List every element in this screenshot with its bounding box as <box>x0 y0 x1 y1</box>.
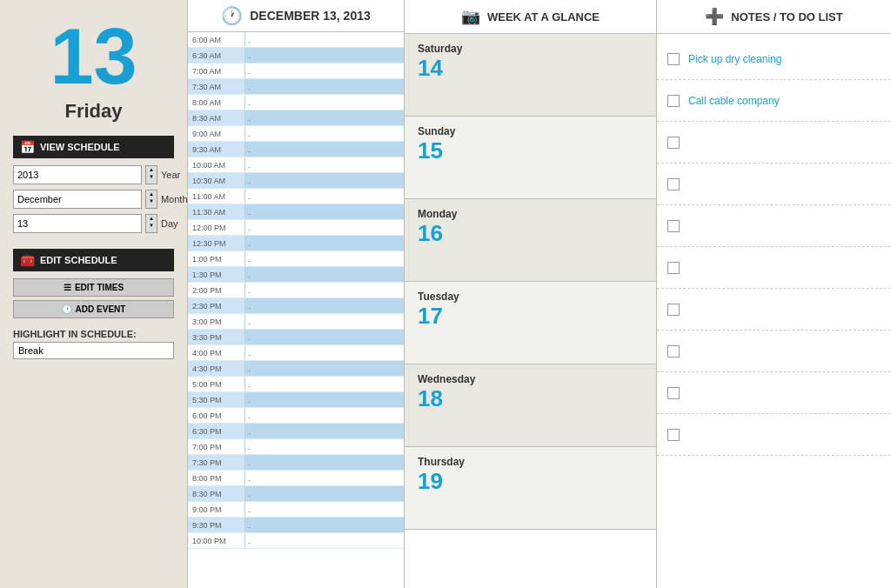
time-row: 3:30 PM - <box>188 330 404 345</box>
time-label: 7:30 AM <box>188 83 245 91</box>
week-day-row[interactable]: Wednesday 18 <box>405 364 656 447</box>
time-block[interactable]: - <box>245 518 404 532</box>
year-down-icon[interactable]: ▼ <box>146 173 157 180</box>
time-row: 7:30 AM - <box>188 79 404 95</box>
year-input[interactable] <box>13 165 142 184</box>
note-checkbox[interactable] <box>667 387 680 399</box>
day-row: ▲ ▼ Day <box>13 214 174 233</box>
add-event-button[interactable]: 🕐 ADD EVENT <box>13 300 174 318</box>
week-day-num: 19 <box>418 468 643 495</box>
time-block[interactable]: - <box>245 157 404 172</box>
note-checkbox[interactable] <box>667 220 680 232</box>
note-text: Call cable company <box>688 95 780 107</box>
month-up-icon[interactable]: ▲ <box>146 190 157 197</box>
time-block[interactable]: - <box>245 142 404 157</box>
time-block[interactable]: - <box>245 95 404 110</box>
time-block[interactable]: - <box>245 424 404 438</box>
time-label: 7:00 AM <box>188 67 245 76</box>
note-item <box>657 414 891 456</box>
year-spinner[interactable]: ▲ ▼ <box>145 165 157 184</box>
clock-small-icon: 🕐 <box>62 304 72 314</box>
month-down-icon[interactable]: ▼ <box>146 197 157 204</box>
time-block[interactable]: - <box>245 32 404 47</box>
day-name: Friday <box>64 100 122 123</box>
note-checkbox[interactable] <box>667 137 680 149</box>
note-checkbox[interactable] <box>667 262 680 274</box>
time-row: 12:00 PM - <box>188 220 404 236</box>
note-item <box>657 205 891 247</box>
week-day-row[interactable]: Saturday 14 <box>405 34 656 117</box>
time-label: 10:00 AM <box>188 161 245 170</box>
month-spinner[interactable]: ▲ ▼ <box>145 190 157 209</box>
time-block[interactable]: - <box>245 267 404 282</box>
time-block[interactable]: - <box>245 408 404 423</box>
month-input[interactable] <box>13 190 142 209</box>
edit-times-button[interactable]: ☰ EDIT TIMES <box>13 278 174 297</box>
week-day-row[interactable]: Monday 16 <box>405 199 656 282</box>
edit-schedule-label: EDIT SCHEDULE <box>40 255 117 265</box>
edit-icon: 🧰 <box>20 253 35 267</box>
note-text <box>688 178 691 190</box>
day-up-icon[interactable]: ▲ <box>146 215 157 222</box>
time-block[interactable]: - <box>245 455 404 470</box>
note-checkbox[interactable] <box>667 178 680 190</box>
note-checkbox[interactable] <box>667 95 680 107</box>
list-icon: ☰ <box>64 283 71 292</box>
year-up-icon[interactable]: ▲ <box>146 166 157 173</box>
time-block[interactable]: - <box>245 330 404 344</box>
time-block[interactable]: - <box>245 236 404 251</box>
day-down-icon[interactable]: ▼ <box>146 222 157 229</box>
time-label: 12:30 PM <box>188 239 245 248</box>
time-row: 5:30 PM - <box>188 392 404 408</box>
year-row: ▲ ▼ Year <box>13 165 174 184</box>
note-checkbox[interactable] <box>667 53 680 65</box>
time-label: 12:00 PM <box>188 224 245 232</box>
week-day-row[interactable]: Tuesday 17 <box>405 282 656 364</box>
time-block[interactable]: - <box>245 204 404 219</box>
day-spinner[interactable]: ▲ ▼ <box>145 214 157 233</box>
time-block[interactable]: - <box>245 220 404 235</box>
note-checkbox[interactable] <box>667 345 680 357</box>
highlight-input[interactable] <box>13 342 174 359</box>
time-block[interactable]: - <box>245 361 404 376</box>
time-block[interactable]: - <box>245 298 404 313</box>
time-row: 2:30 PM - <box>188 298 404 314</box>
time-block[interactable]: - <box>245 63 404 78</box>
time-label: 1:00 PM <box>188 255 245 264</box>
view-schedule-label: VIEW SCHEDULE <box>40 142 120 152</box>
time-block[interactable]: - <box>245 533 404 548</box>
time-block[interactable]: - <box>245 314 404 329</box>
time-label: 9:00 PM <box>188 505 245 514</box>
note-text <box>688 220 691 232</box>
time-block[interactable]: - <box>245 48 404 63</box>
time-block[interactable]: - <box>245 189 404 204</box>
time-row: 12:30 PM - <box>188 236 404 251</box>
day-input[interactable] <box>13 214 142 233</box>
highlight-label: HIGHLIGHT IN SCHEDULE: <box>13 329 174 339</box>
week-day-row[interactable]: Thursday 19 <box>405 447 656 530</box>
time-block[interactable]: - <box>245 173 404 188</box>
time-row: 10:30 AM - <box>188 173 404 189</box>
time-block[interactable]: - <box>245 251 404 266</box>
time-label: 7:00 PM <box>188 443 245 451</box>
week-day-name: Sunday <box>418 125 643 137</box>
note-item <box>657 289 891 331</box>
time-block[interactable]: - <box>245 439 404 454</box>
time-block[interactable]: - <box>245 345 404 360</box>
time-row: 2:00 PM - <box>188 283 404 298</box>
time-block[interactable]: - <box>245 377 404 391</box>
edit-times-label: EDIT TIMES <box>75 283 124 292</box>
time-block[interactable]: - <box>245 502 404 517</box>
week-day-num: 18 <box>418 385 643 412</box>
time-block[interactable]: - <box>245 392 404 407</box>
note-checkbox[interactable] <box>667 304 680 316</box>
time-block[interactable]: - <box>245 110 404 125</box>
time-block[interactable]: - <box>245 283 404 297</box>
time-block[interactable]: - <box>245 471 404 485</box>
time-block[interactable]: - <box>245 486 404 501</box>
week-day-row[interactable]: Sunday 15 <box>405 117 656 199</box>
note-text <box>688 345 691 357</box>
time-block[interactable]: - <box>245 79 404 94</box>
note-checkbox[interactable] <box>667 429 680 441</box>
time-block[interactable]: - <box>245 126 404 141</box>
